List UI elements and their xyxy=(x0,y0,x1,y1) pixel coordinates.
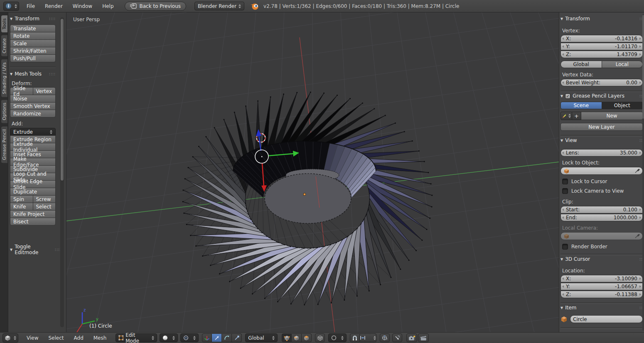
transform-orientation-select[interactable]: Global xyxy=(245,333,278,342)
gp-add-button[interactable]: + xyxy=(572,112,581,120)
vertex-x-field[interactable]: X:-0.14316 xyxy=(560,35,643,42)
menu-view[interactable]: View xyxy=(22,335,43,341)
view-panel-header[interactable]: ▼ View :: xyxy=(560,137,643,144)
offset-edge-slide-button[interactable]: Offset Edge Slide xyxy=(10,180,56,188)
editor-type-button[interactable]: i xyxy=(3,2,19,11)
new-layer-button[interactable]: New Layer xyxy=(560,123,643,131)
bisect-button[interactable]: Bisect xyxy=(10,218,56,225)
viewport-shading-dropdown[interactable] xyxy=(160,333,178,342)
menu-select[interactable]: Select xyxy=(43,335,69,341)
viewport-3d[interactable]: User Persp (1) Circle z y x xyxy=(66,12,559,332)
back-to-previous-button[interactable]: Back to Previous xyxy=(125,2,187,11)
snap-toggle-button[interactable] xyxy=(350,333,360,342)
render-engine-select[interactable]: Blender Render xyxy=(194,2,244,10)
extrude-individual-button[interactable]: Extrude Individual xyxy=(10,143,56,151)
lock-to-object-field[interactable] xyxy=(560,167,643,175)
screw-button[interactable]: Screw xyxy=(33,195,56,203)
randomize-button[interactable]: Randomize xyxy=(10,110,56,118)
opengl-render-image-button[interactable] xyxy=(406,333,417,342)
shrink-fatten-button[interactable]: Shrink/Fatten xyxy=(10,47,56,55)
knife-button[interactable]: Knife xyxy=(10,203,33,211)
menu-mesh[interactable]: Mesh xyxy=(88,335,112,341)
item-panel-header[interactable]: ▼ Item :: xyxy=(560,304,643,311)
render-border-row[interactable]: Render Border xyxy=(562,244,643,250)
menu-help[interactable]: Help xyxy=(97,3,118,9)
snap-element-dropdown[interactable] xyxy=(360,333,376,342)
gp-scene-tab[interactable]: Scene xyxy=(560,102,602,109)
lock-to-cursor-row[interactable]: Lock to Cursor xyxy=(562,179,643,184)
properties-scrollbar[interactable] xyxy=(642,14,644,331)
panel-drag-dots[interactable]: :::: xyxy=(49,17,56,21)
global-toggle[interactable]: Global xyxy=(560,61,602,68)
translate-button[interactable]: Translate xyxy=(10,24,56,32)
opengl-render-anim-button[interactable] xyxy=(418,333,429,342)
grease-pencil-panel-header[interactable]: ▼ ✓ Grease Pencil Layers :: xyxy=(560,93,643,99)
scale-manipulator-button[interactable] xyxy=(232,333,242,342)
vertex-z-field[interactable]: Z:1.43709 xyxy=(560,51,643,58)
snap-target-button[interactable] xyxy=(380,333,390,342)
clip-end-field[interactable]: End:1000.000 xyxy=(560,214,643,221)
lock-camera-row[interactable]: Lock Camera to View xyxy=(562,188,643,194)
push-pull-button[interactable]: Push/Pull xyxy=(10,54,56,62)
slide-vertex-button[interactable]: Vertex xyxy=(33,87,56,95)
noise-button[interactable]: Noise xyxy=(10,95,56,103)
cursor-x-field[interactable]: X:-3.10090 xyxy=(560,275,643,282)
properties-scrollbar-thumb[interactable] xyxy=(642,15,644,119)
tab-options[interactable]: Options xyxy=(1,99,8,123)
bevel-weight-field[interactable]: Bevel Weight:0.00 xyxy=(560,79,643,86)
smooth-vertex-button[interactable]: Smooth Vertex xyxy=(10,102,56,110)
menu-window[interactable]: Window xyxy=(68,3,97,9)
snap-align-rotation-button[interactable] xyxy=(392,333,402,342)
scale-button[interactable]: Scale xyxy=(10,39,56,47)
edge-select-mode-button[interactable] xyxy=(292,333,302,342)
toolshelf-scrollbar-thumb[interactable] xyxy=(60,18,64,181)
rotate-button[interactable]: Rotate xyxy=(10,32,56,40)
make-edge-face-button[interactable]: Make Edge/Face xyxy=(10,158,56,166)
panel-drag-dots[interactable]: :::: xyxy=(49,72,56,76)
render-border-checkbox[interactable] xyxy=(562,244,568,250)
eyedropper-icon[interactable] xyxy=(634,168,640,174)
slide-edge-button[interactable]: Slide Ed xyxy=(10,87,33,95)
extrude-dropdown[interactable]: Extrude xyxy=(10,128,56,136)
manipulator-toggle-button[interactable] xyxy=(202,333,212,342)
local-toggle[interactable]: Local xyxy=(602,61,643,68)
lens-field[interactable]: Lens:35.000 xyxy=(560,149,643,157)
gp-draw-mode-dropdown[interactable] xyxy=(560,112,572,120)
menu-add[interactable]: Add xyxy=(69,335,88,341)
face-select-mode-button[interactable] xyxy=(302,333,312,342)
menu-render[interactable]: Render xyxy=(40,3,68,9)
tab-create[interactable]: Create xyxy=(1,35,8,57)
tab-shading-uvs[interactable]: Shading / UVs xyxy=(1,59,8,98)
knife-project-button[interactable]: Knife Project xyxy=(10,210,56,218)
knife-select-button[interactable]: Select xyxy=(33,203,56,211)
cursor-panel-header[interactable]: ▼ 3D Cursor :: xyxy=(560,256,643,262)
spin-button[interactable]: Spin xyxy=(10,195,33,203)
pivot-point-dropdown[interactable] xyxy=(180,333,199,342)
editor-type-button[interactable] xyxy=(2,333,18,343)
rotate-manipulator-button[interactable] xyxy=(222,333,232,342)
gp-new-button[interactable]: New xyxy=(581,112,643,120)
clip-start-field[interactable]: Start:0.100 xyxy=(560,206,643,213)
gp-object-tab[interactable]: Object xyxy=(602,102,643,109)
object-name-field[interactable]: Circle xyxy=(570,315,643,323)
mode-select[interactable]: Edit Mode xyxy=(116,333,157,342)
toggle-editmode-panel-header[interactable]: ▼ Toggle Editmode :::: xyxy=(8,246,63,253)
vertex-y-field[interactable]: Y:-1.01170 xyxy=(560,43,643,50)
local-camera-field[interactable] xyxy=(560,232,643,240)
vertex-select-mode-button[interactable] xyxy=(282,333,292,342)
transform-panel-header[interactable]: ▼ Transform :: xyxy=(560,15,643,22)
tab-grease-pencil[interactable]: Grease Pencil xyxy=(1,126,8,163)
mesh-tools-panel-header[interactable]: ▼ Mesh Tools :::: xyxy=(10,71,56,77)
lock-camera-checkbox[interactable] xyxy=(562,188,568,194)
proportional-edit-dropdown[interactable] xyxy=(328,333,347,342)
toolshelf-scrollbar[interactable] xyxy=(60,17,64,327)
grease-pencil-checkbox[interactable]: ✓ xyxy=(565,93,570,99)
tab-tools[interactable]: Tools xyxy=(1,15,8,33)
lock-to-cursor-checkbox[interactable] xyxy=(562,179,568,184)
scene-canvas[interactable] xyxy=(66,12,559,332)
translate-manipulator-button[interactable] xyxy=(212,333,222,342)
menu-file[interactable]: File xyxy=(22,3,40,9)
cursor-y-field[interactable]: Y:-1.06657 xyxy=(560,283,643,290)
cursor-z-field[interactable]: Z:-0.11388 xyxy=(560,291,643,298)
limit-selection-visible-button[interactable] xyxy=(315,333,325,342)
